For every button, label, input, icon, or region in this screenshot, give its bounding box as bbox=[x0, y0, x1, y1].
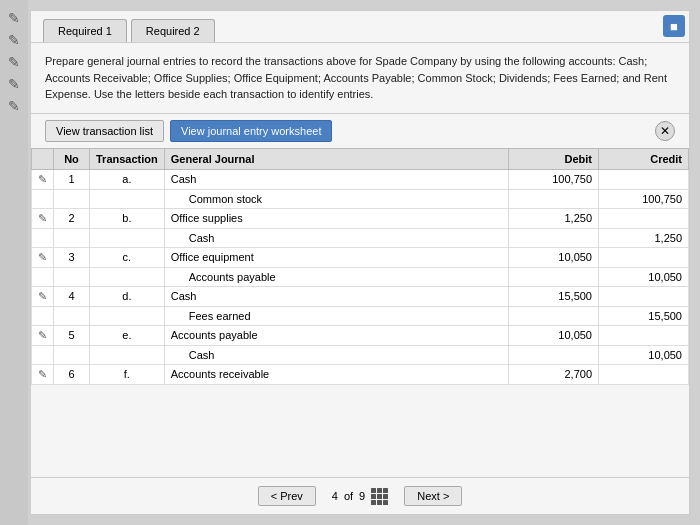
row-credit[interactable] bbox=[599, 325, 689, 345]
view-transaction-list-button[interactable]: View transaction list bbox=[45, 120, 164, 142]
edit-icon-cell[interactable] bbox=[32, 189, 54, 208]
row-no bbox=[54, 306, 90, 325]
top-right-button[interactable]: ■ bbox=[663, 15, 685, 37]
footer-nav: < Prev 4 of 9 Next > bbox=[31, 477, 689, 514]
row-debit[interactable]: 10,050 bbox=[509, 325, 599, 345]
row-no: 6 bbox=[54, 364, 90, 384]
edit-icon-cell[interactable]: ✎ bbox=[32, 169, 54, 189]
journal-table: No Transaction General Journal Debit Cre… bbox=[31, 148, 689, 385]
row-journal: Cash bbox=[164, 286, 508, 306]
edge-arrow-icon[interactable]: ✎ bbox=[8, 10, 20, 26]
row-credit[interactable]: 10,050 bbox=[599, 267, 689, 286]
row-transaction: d. bbox=[90, 286, 165, 306]
row-debit[interactable]: 100,750 bbox=[509, 169, 599, 189]
col-pencil bbox=[32, 148, 54, 169]
row-journal: Cash bbox=[164, 345, 508, 364]
row-no: 5 bbox=[54, 325, 90, 345]
row-credit[interactable] bbox=[599, 169, 689, 189]
prev-button[interactable]: < Prev bbox=[258, 486, 316, 506]
tabs-row: Required 1 Required 2 bbox=[31, 11, 689, 43]
col-no-header: No bbox=[54, 148, 90, 169]
edge-arrow-icon3[interactable]: ✎ bbox=[8, 54, 20, 70]
edit-icon-cell[interactable]: ✎ bbox=[32, 364, 54, 384]
row-credit[interactable]: 100,750 bbox=[599, 189, 689, 208]
edit-icon-cell[interactable] bbox=[32, 267, 54, 286]
edit-icon-cell[interactable] bbox=[32, 306, 54, 325]
edit-icon-cell[interactable] bbox=[32, 345, 54, 364]
row-journal: Cash bbox=[164, 228, 508, 247]
row-journal: Common stock bbox=[164, 189, 508, 208]
page-current: 4 bbox=[332, 490, 338, 502]
main-container: ■ Required 1 Required 2 Prepare general … bbox=[30, 10, 690, 515]
row-transaction: a. bbox=[90, 169, 165, 189]
edit-icon-cell[interactable]: ✎ bbox=[32, 247, 54, 267]
edge-arrow-icon2[interactable]: ✎ bbox=[8, 32, 20, 48]
tab-required1[interactable]: Required 1 bbox=[43, 19, 127, 42]
toolbar: View transaction list View journal entry… bbox=[31, 114, 689, 148]
row-no bbox=[54, 228, 90, 247]
row-transaction bbox=[90, 345, 165, 364]
table-row: Cash1,250 bbox=[32, 228, 689, 247]
row-transaction: b. bbox=[90, 208, 165, 228]
row-credit[interactable] bbox=[599, 247, 689, 267]
edit-icon-cell[interactable]: ✎ bbox=[32, 208, 54, 228]
row-debit[interactable] bbox=[509, 267, 599, 286]
row-transaction bbox=[90, 267, 165, 286]
col-credit-header: Credit bbox=[599, 148, 689, 169]
table-row: Cash10,050 bbox=[32, 345, 689, 364]
row-debit[interactable]: 1,250 bbox=[509, 208, 599, 228]
view-journal-entry-worksheet-button[interactable]: View journal entry worksheet bbox=[170, 120, 332, 142]
row-no: 3 bbox=[54, 247, 90, 267]
edit-icon-cell[interactable]: ✎ bbox=[32, 286, 54, 306]
close-button[interactable]: ✕ bbox=[655, 121, 675, 141]
table-row: Fees earned15,500 bbox=[32, 306, 689, 325]
table-row: ✎3c.Office equipment10,050 bbox=[32, 247, 689, 267]
row-debit[interactable] bbox=[509, 228, 599, 247]
row-transaction bbox=[90, 189, 165, 208]
left-edge-bar: ✎ ✎ ✎ ✎ ✎ bbox=[0, 0, 28, 525]
row-credit[interactable] bbox=[599, 364, 689, 384]
row-journal: Fees earned bbox=[164, 306, 508, 325]
tab-required2[interactable]: Required 2 bbox=[131, 19, 215, 42]
edit-icon-cell[interactable] bbox=[32, 228, 54, 247]
page-info: 4 of 9 bbox=[332, 488, 388, 505]
table-row: Accounts payable10,050 bbox=[32, 267, 689, 286]
row-credit[interactable]: 15,500 bbox=[599, 306, 689, 325]
row-debit[interactable]: 15,500 bbox=[509, 286, 599, 306]
row-journal: Cash bbox=[164, 169, 508, 189]
col-transaction-header: Transaction bbox=[90, 148, 165, 169]
row-no: 1 bbox=[54, 169, 90, 189]
row-debit[interactable]: 10,050 bbox=[509, 247, 599, 267]
page-of: of bbox=[344, 490, 353, 502]
row-no bbox=[54, 189, 90, 208]
row-debit[interactable]: 2,700 bbox=[509, 364, 599, 384]
row-debit[interactable] bbox=[509, 345, 599, 364]
row-credit[interactable] bbox=[599, 286, 689, 306]
row-transaction: c. bbox=[90, 247, 165, 267]
table-row: ✎2b.Office supplies1,250 bbox=[32, 208, 689, 228]
table-row: ✎1a.Cash100,750 bbox=[32, 169, 689, 189]
table-row: ✎6f.Accounts receivable2,700 bbox=[32, 364, 689, 384]
row-transaction: f. bbox=[90, 364, 165, 384]
row-credit[interactable]: 1,250 bbox=[599, 228, 689, 247]
row-debit[interactable] bbox=[509, 189, 599, 208]
edge-arrow-icon5[interactable]: ✎ bbox=[8, 98, 20, 114]
table-row: ✎5e.Accounts payable10,050 bbox=[32, 325, 689, 345]
instructions-text: Prepare general journal entries to recor… bbox=[31, 43, 689, 114]
row-debit[interactable] bbox=[509, 306, 599, 325]
col-debit-header: Debit bbox=[509, 148, 599, 169]
row-no: 4 bbox=[54, 286, 90, 306]
row-no bbox=[54, 267, 90, 286]
table-row: Common stock100,750 bbox=[32, 189, 689, 208]
next-button[interactable]: Next > bbox=[404, 486, 462, 506]
row-credit[interactable] bbox=[599, 208, 689, 228]
row-credit[interactable]: 10,050 bbox=[599, 345, 689, 364]
row-transaction bbox=[90, 306, 165, 325]
row-journal: Accounts payable bbox=[164, 267, 508, 286]
row-no: 2 bbox=[54, 208, 90, 228]
edit-icon-cell[interactable]: ✎ bbox=[32, 325, 54, 345]
row-transaction bbox=[90, 228, 165, 247]
grid-icon bbox=[371, 488, 388, 505]
journal-table-wrapper: No Transaction General Journal Debit Cre… bbox=[31, 148, 689, 458]
edge-arrow-icon4[interactable]: ✎ bbox=[8, 76, 20, 92]
